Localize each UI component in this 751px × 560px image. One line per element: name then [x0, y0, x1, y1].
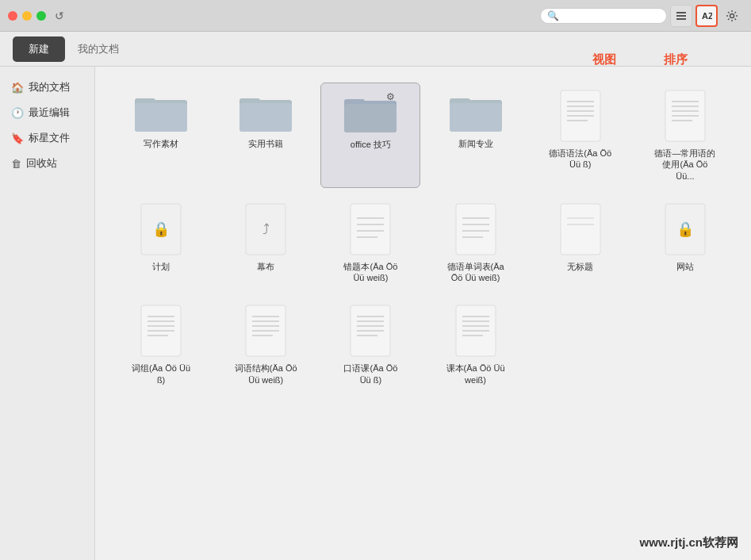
- search-box[interactable]: 🔍: [540, 8, 667, 24]
- item-label: 无标题: [567, 261, 593, 272]
- doc-icon: [454, 202, 497, 256]
- item-label: 实用书籍: [248, 138, 283, 149]
- svg-text:⤴: ⤴: [262, 221, 270, 237]
- main-area: 🏠 我的文档 🕐 最近编辑 🔖 标星文件 🗑 回收站: [0, 67, 751, 560]
- folder-icon: ⚙: [343, 90, 398, 134]
- sort-icon: AZ: [701, 10, 712, 21]
- doc-icon: [244, 304, 287, 358]
- grid-item-office-tricks[interactable]: ⚙ office 技巧: [320, 82, 420, 188]
- doc-icon: [349, 202, 392, 256]
- sidebar-item-starred[interactable]: 🔖 标星文件: [0, 125, 94, 151]
- grid-item-german-vocab[interactable]: 德语单词表(Äa Öö Üü weiß): [425, 196, 525, 290]
- grid-item-phrases[interactable]: 词组(Äa Öö Üü ß): [111, 297, 211, 392]
- doc-icon: [664, 89, 707, 143]
- folder-icon: [448, 89, 504, 133]
- maximize-button[interactable]: [36, 11, 46, 21]
- gear-icon: [726, 10, 738, 22]
- sort-toggle-button[interactable]: AZ: [695, 5, 718, 27]
- grid-item-german-phrases[interactable]: 德语—常用语的使用(Äa Öö Üü...: [635, 82, 735, 188]
- breadcrumb: 我的文档: [78, 42, 119, 56]
- trash-icon: 🗑: [11, 158, 21, 170]
- sidebar-item-label: 回收站: [26, 156, 57, 171]
- item-label: 计划: [152, 261, 170, 272]
- doc-icon: [349, 304, 392, 358]
- grid-item-oral-class[interactable]: 口语课(Äa Öö Üü ß): [320, 297, 420, 392]
- svg-rect-1: [676, 15, 686, 17]
- svg-rect-47: [561, 204, 600, 255]
- grid-item-word-structure[interactable]: 词语结构(Äa Öö Üü weiß): [216, 297, 316, 392]
- svg-rect-37: [351, 204, 390, 255]
- bookmark-icon: 🔖: [11, 132, 24, 144]
- item-label: 德语单词表(Äa Öö Üü weiß): [444, 261, 508, 284]
- breadcrumb-text: 我的文档: [78, 42, 119, 56]
- search-input[interactable]: [562, 10, 657, 21]
- doc-icon: [559, 89, 602, 143]
- minimize-button[interactable]: [22, 11, 32, 21]
- doc-icon: [454, 304, 497, 358]
- refresh-button[interactable]: ↺: [52, 9, 67, 23]
- item-label: 幕布: [257, 261, 274, 272]
- grid-item-practical-books[interactable]: 实用书籍: [216, 82, 316, 188]
- svg-text:🔒: 🔒: [676, 221, 695, 238]
- grid-item-plan[interactable]: 🔒 计划: [111, 196, 211, 290]
- doc-icon: ⤴: [244, 202, 287, 256]
- watermark: www.rjtj.cn软荐网: [640, 535, 738, 550]
- view-annotation-label: 视图: [592, 52, 616, 67]
- grid-item-website[interactable]: 🔒 网站: [635, 196, 735, 290]
- item-label: 网站: [676, 261, 694, 272]
- sidebar: 🏠 我的文档 🕐 最近编辑 🔖 标星文件 🗑 回收站: [0, 67, 95, 560]
- folder-icon: [133, 89, 189, 133]
- item-label: 写作素材: [144, 138, 178, 149]
- content-area: 写作素材 实用书籍: [95, 67, 751, 560]
- grid-item-untitled[interactable]: 无标题: [531, 196, 630, 290]
- svg-text:🔒: 🔒: [152, 221, 171, 238]
- view-toggle-button[interactable]: [670, 5, 692, 27]
- item-label: 错题本(Äa Öö Üü weiß): [339, 261, 402, 284]
- svg-rect-0: [676, 12, 686, 13]
- sort-annotation-label: 排序: [664, 52, 688, 67]
- item-label: office 技巧: [351, 139, 391, 150]
- sidebar-item-trash[interactable]: 🗑 回收站: [0, 151, 94, 176]
- sidebar-item-label: 最近编辑: [29, 105, 70, 120]
- item-label: 词语结构(Äa Öö Üü weiß): [234, 362, 297, 385]
- sidebar-item-my-docs[interactable]: 🏠 我的文档: [0, 75, 94, 100]
- grid-item-writing-materials[interactable]: 写作素材: [111, 82, 211, 188]
- grid-item-mubu[interactable]: ⤴ 幕布: [216, 196, 316, 290]
- grid-item-journalism[interactable]: 新闻专业: [425, 82, 525, 188]
- grid-item-german-grammar[interactable]: 德语语法(Äa Öö Üü ß): [531, 82, 630, 188]
- svg-rect-12: [239, 103, 292, 132]
- sidebar-item-label: 我的文档: [29, 80, 70, 94]
- grid-item-mistake-book[interactable]: 错题本(Äa Öö Üü weiß): [320, 196, 420, 290]
- item-label: 新闻专业: [458, 138, 493, 149]
- new-button[interactable]: 新建: [13, 36, 65, 62]
- doc-icon: [140, 304, 182, 358]
- svg-rect-16: [344, 104, 397, 132]
- home-icon: 🏠: [11, 82, 24, 94]
- item-label: 德语—常用语的使用(Äa Öö Üü...: [653, 148, 717, 182]
- settings-button[interactable]: [721, 5, 743, 27]
- doc-icon: 🔒: [664, 202, 707, 256]
- items-grid: 写作素材 实用书籍: [111, 82, 735, 392]
- titlebar-right: 🔍 AZ: [540, 5, 743, 27]
- item-label: 课本(Äa Öö Üü weiß): [444, 362, 508, 385]
- svg-rect-2: [676, 18, 686, 20]
- svg-rect-42: [456, 204, 496, 255]
- clock-icon: 🕐: [11, 107, 24, 119]
- item-label: 德语语法(Äa Öö Üü ß): [549, 148, 612, 171]
- doc-icon: 🔒: [140, 202, 182, 256]
- titlebar: ↺ 🔍 AZ: [0, 0, 751, 32]
- sidebar-item-recent[interactable]: 🕐 最近编辑: [0, 100, 94, 125]
- svg-rect-8: [135, 103, 187, 132]
- close-button[interactable]: [8, 11, 17, 21]
- search-icon: 🔍: [547, 10, 559, 21]
- item-label: 词组(Äa Öö Üü ß): [129, 362, 193, 385]
- svg-point-4: [730, 13, 734, 17]
- folder-icon: [238, 89, 293, 133]
- item-label: 口语课(Äa Öö Üü ß): [339, 362, 402, 385]
- gear-overlay-icon: ⚙: [386, 91, 395, 102]
- sidebar-item-label: 标星文件: [29, 131, 70, 145]
- list-icon: [676, 10, 687, 21]
- traffic-lights: [8, 11, 46, 21]
- svg-text:AZ: AZ: [702, 11, 712, 21]
- grid-item-textbook[interactable]: 课本(Äa Öö Üü weiß): [425, 297, 525, 392]
